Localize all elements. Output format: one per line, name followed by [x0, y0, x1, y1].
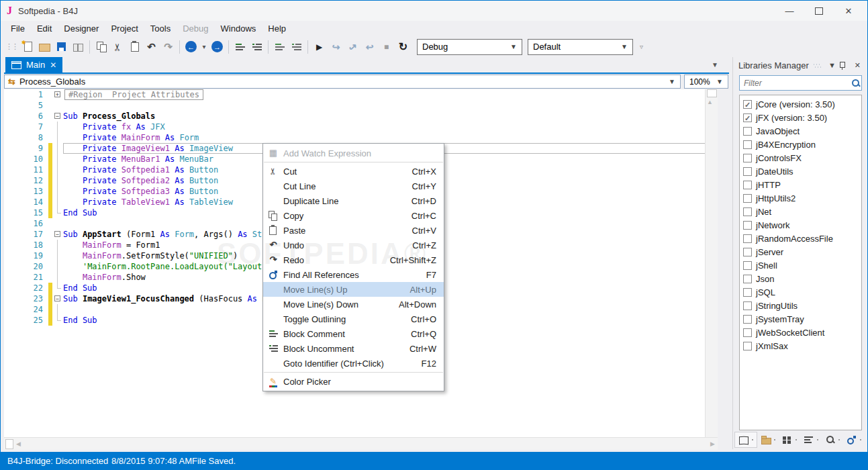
library-checkbox[interactable]	[743, 207, 752, 216]
scroll-right-icon[interactable]: ▶	[710, 440, 715, 447]
library-checkbox[interactable]: ✓	[743, 113, 752, 122]
library-checkbox[interactable]	[743, 140, 752, 149]
code-line[interactable]: 6−Sub Process_Globals	[4, 111, 718, 122]
copy-icon[interactable]	[93, 39, 109, 55]
maximize-button[interactable]	[804, 1, 834, 20]
context-menu-item-move-line-s-down[interactable]: Move Line(s) DownAlt+Down	[263, 297, 444, 312]
code-line[interactable]: 8 Private MainForm As Form	[4, 132, 718, 143]
library-item-jwebsocketclient[interactable]: jWebSocketClient	[740, 326, 861, 339]
library-checkbox[interactable]	[743, 167, 752, 176]
context-menu-item-block-uncomment[interactable]: Block UncommentCtrl+W	[263, 341, 444, 356]
library-checkbox[interactable]	[743, 181, 752, 189]
editor-horizontal-scrollbar[interactable]: ◀ ▶	[4, 437, 718, 450]
library-item-jsystemtray[interactable]: jSystemTray	[740, 312, 861, 326]
menu-file[interactable]: File	[5, 21, 31, 36]
fold-gutter[interactable]: −	[52, 293, 63, 304]
open-project-icon[interactable]	[36, 39, 53, 55]
block-uncomment-icon[interactable]	[248, 39, 265, 55]
library-item-jnetwork[interactable]: jNetwork	[740, 218, 861, 232]
library-checkbox[interactable]	[743, 328, 752, 337]
block-comment-icon[interactable]	[232, 39, 248, 55]
library-item-javaobject[interactable]: JavaObject	[740, 124, 861, 138]
fold-gutter[interactable]: −	[52, 229, 63, 240]
context-menu-item-redo[interactable]: RedoCtrl+Shift+Z	[263, 252, 444, 267]
library-checkbox[interactable]	[743, 154, 752, 162]
context-menu-item-find-all-references[interactable]: Find All ReferencesF7	[263, 267, 444, 282]
code-line[interactable]: 7 Private fx As JFX	[4, 122, 718, 132]
context-menu-item-goto-identifier-ctrl-click[interactable]: Goto Identifier (Ctrl+Click)F12	[263, 356, 444, 371]
library-item-jb4xencryption[interactable]: jB4XEncryption	[740, 138, 861, 151]
toolbar-overflow-icon[interactable]: ▿	[640, 43, 643, 50]
dock-tab-folder[interactable]	[757, 432, 779, 447]
library-item-jstringutils[interactable]: jStringUtils	[740, 299, 861, 312]
filter-input[interactable]	[740, 78, 851, 89]
context-menu-item-move-line-s-up[interactable]: Move Line(s) UpAlt+Up	[263, 282, 444, 297]
library-checkbox[interactable]	[743, 127, 752, 136]
dock-tab-find[interactable]	[822, 432, 843, 447]
sub-selector[interactable]: ⇆ Process_Globals ▼	[4, 75, 681, 89]
context-menu-item-add-watch-expression[interactable]: Add Watch Expression	[263, 146, 444, 160]
library-checkbox[interactable]	[743, 315, 752, 324]
library-checkbox[interactable]	[743, 301, 752, 310]
library-item-jserver[interactable]: jServer	[740, 245, 861, 258]
splitter-handle[interactable]	[707, 89, 717, 97]
code-line[interactable]: 5	[4, 100, 718, 111]
context-menu-item-paste[interactable]: PasteCtrl+V	[263, 223, 444, 238]
library-item-jcontrolsfx[interactable]: jControlsFX	[740, 151, 861, 164]
library-item-json[interactable]: Json	[740, 272, 861, 285]
context-menu-item-cut[interactable]: CutCtrl+X	[263, 164, 444, 179]
library-checkbox[interactable]	[743, 275, 752, 283]
collapse-region-icon[interactable]: −	[54, 295, 60, 301]
scroll-up-icon[interactable]: ▲	[707, 99, 713, 105]
context-menu-item-copy[interactable]: CopyCtrl+C	[263, 208, 444, 223]
menu-designer[interactable]: Designer	[58, 21, 105, 36]
expand-region-icon[interactable]: +	[54, 91, 60, 97]
save-icon[interactable]	[53, 39, 70, 55]
dock-tab-findref[interactable]	[843, 432, 865, 447]
library-checkbox[interactable]	[743, 248, 752, 256]
context-menu-item-duplicate-line[interactable]: Duplicate LineCtrl+D	[263, 193, 444, 208]
menu-debug[interactable]: Debug	[177, 21, 214, 36]
build-configuration-select[interactable]: Default ▼	[528, 39, 633, 55]
collapse-region-icon[interactable]: −	[54, 113, 60, 119]
context-menu-item-toggle-outlining[interactable]: Toggle OutliningCtrl+O	[263, 312, 444, 326]
library-item-jrandomaccessfile[interactable]: jRandomAccessFile	[740, 232, 861, 245]
menu-tools[interactable]: Tools	[144, 21, 177, 36]
menu-project[interactable]: Project	[105, 21, 144, 36]
context-menu-item-block-comment[interactable]: Block CommentCtrl+Q	[263, 326, 444, 341]
shift-lines-left-icon[interactable]	[271, 39, 288, 55]
debug-mode-select[interactable]: Debug ▼	[417, 39, 522, 55]
close-icon[interactable]: ✕	[852, 61, 863, 70]
editor-zoom-select[interactable]: 100% ▼	[684, 75, 728, 89]
library-checkbox[interactable]	[743, 288, 752, 297]
tab-list-dropdown-icon[interactable]: ▼	[712, 61, 718, 68]
stop-icon[interactable]	[378, 39, 395, 55]
fold-gutter[interactable]: +	[52, 89, 63, 100]
collapsed-region[interactable]: #Region Project Attributes	[64, 89, 203, 100]
close-button[interactable]: ✕	[834, 1, 863, 20]
library-item-jcore-version-3-50[interactable]: ✓jCore (version: 3.50)	[740, 97, 861, 111]
splitter-handle[interactable]	[5, 439, 13, 449]
undo-icon[interactable]	[143, 39, 160, 55]
pin-icon[interactable]	[838, 61, 852, 70]
cut-icon[interactable]	[109, 39, 126, 55]
library-item-jhttp[interactable]: jHTTP	[740, 178, 861, 191]
library-checkbox[interactable]: ✓	[743, 100, 752, 109]
tab-close-icon[interactable]: ✕	[50, 60, 56, 70]
editor-vertical-scrollbar[interactable]: ▲	[705, 89, 718, 437]
minimize-button[interactable]: —	[775, 1, 804, 20]
fold-gutter[interactable]: −	[52, 111, 63, 122]
library-checkbox[interactable]	[743, 194, 752, 203]
collapse-region-icon[interactable]: −	[54, 231, 60, 237]
library-item-jhttputils2[interactable]: jHttpUtils2	[740, 191, 861, 205]
menu-help[interactable]: Help	[262, 21, 292, 36]
package-icon[interactable]	[70, 39, 87, 55]
library-item-jdateutils[interactable]: jDateUtils	[740, 164, 861, 178]
library-checkbox[interactable]	[743, 261, 752, 270]
context-menu-item-cut-line[interactable]: Cut LineCtrl+Y	[263, 179, 444, 193]
shift-lines-right-icon[interactable]	[288, 39, 305, 55]
library-checkbox[interactable]	[743, 234, 752, 243]
library-item-jxmlsax[interactable]: jXmlSax	[740, 339, 861, 352]
library-checkbox[interactable]	[743, 342, 752, 350]
scroll-left-icon[interactable]: ◀	[16, 440, 21, 447]
